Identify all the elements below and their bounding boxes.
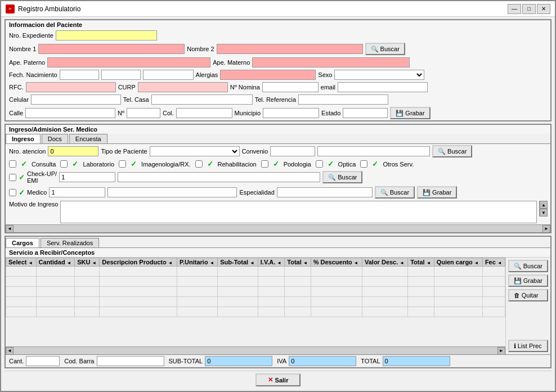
fech-dia-input[interactable]: [60, 70, 99, 80]
save-icon: 💾: [396, 110, 403, 117]
grabar-patient-button[interactable]: 💾 Grabar: [390, 107, 430, 119]
checkup-desc-input[interactable]: [118, 172, 320, 182]
motivo-hscrollbar: ◄ ►: [6, 224, 550, 232]
ape-materno-input[interactable]: [252, 57, 410, 67]
minimize-button[interactable]: —: [508, 4, 521, 14]
calle-input[interactable]: [25, 108, 115, 118]
tipo-paciente-select[interactable]: [150, 146, 240, 156]
nombre2-input[interactable]: [217, 44, 363, 54]
buscar-servicio-button[interactable]: 🔍 Buscar: [508, 260, 548, 272]
buscar-convenio-button[interactable]: 🔍 Buscar: [432, 145, 472, 157]
salir-button[interactable]: ✕ Salir: [255, 373, 301, 386]
celular-input[interactable]: [31, 94, 121, 105]
col-desc-arrow: ◄: [168, 260, 172, 265]
no-label: Nº: [118, 110, 124, 116]
col-fec[interactable]: Fec ◄: [482, 258, 505, 267]
close-button[interactable]: ✕: [537, 4, 550, 14]
main-content: Informacion del Paciente Nro. Expediente…: [1, 17, 555, 391]
col-iva[interactable]: I.V.A. ◄: [258, 258, 284, 267]
scroll-down-button[interactable]: ▼: [540, 209, 548, 217]
checkbox-rehabilitacion-outer[interactable]: [195, 160, 203, 168]
convenio-input[interactable]: [270, 146, 315, 156]
tab-serv-realizados[interactable]: Serv. Realizados: [41, 238, 99, 247]
servicios-table-container: Select ◄ Cantidad ◄ SKU ◄ Descripcion Pr…: [6, 258, 505, 354]
ingreso-section-title: Ingreso/Admision Ser. Medico: [6, 125, 550, 134]
col-select[interactable]: Select ◄: [6, 258, 37, 267]
scroll-right-button[interactable]: ►: [542, 225, 550, 233]
grabar-servicio-button[interactable]: 💾 Grabar: [508, 274, 548, 287]
list-prec-button[interactable]: ℹ List Prec: [508, 340, 548, 352]
buscar-button[interactable]: 🔍 Buscar: [365, 43, 405, 55]
col-total1[interactable]: Total ◄: [285, 258, 311, 267]
checkbox-medico-outer[interactable]: [9, 189, 16, 196]
col-descuento[interactable]: % Descuento ◄: [311, 258, 362, 267]
total-input[interactable]: [383, 356, 450, 366]
fech-mes-input[interactable]: [101, 70, 141, 80]
nro-expediente-input[interactable]: [56, 30, 157, 40]
tipo-paciente-label: Tipo de Paciente: [101, 148, 147, 155]
sub-total-input[interactable]: [205, 356, 272, 366]
sub-total-label: SUB-TOTAL: [169, 358, 203, 364]
col-quien-arrow: ◄: [474, 260, 479, 265]
servicios-table: Select ◄ Cantidad ◄ SKU ◄ Descripcion Pr…: [6, 258, 505, 317]
tel-casa-input[interactable]: [151, 94, 253, 105]
tel-referencia-input[interactable]: [298, 94, 388, 105]
medico-desc-input[interactable]: [107, 187, 237, 197]
tab-cargos[interactable]: Cargos: [6, 238, 39, 247]
curp-input[interactable]: [138, 82, 228, 92]
nro-atencion-input[interactable]: [48, 146, 98, 156]
col-sku[interactable]: SKU ◄: [75, 258, 100, 267]
checkup-input[interactable]: [59, 172, 115, 182]
checkbox-podologia-outer[interactable]: [261, 160, 268, 168]
table-scroll-area[interactable]: Select ◄ Cantidad ◄ SKU ◄ Descripcion Pr…: [6, 258, 505, 346]
alergias-label: Alergias: [196, 71, 218, 78]
especialidad-input[interactable]: [277, 187, 373, 197]
estado-input[interactable]: [343, 108, 388, 118]
checkbox-laboratorio-outer[interactable]: [60, 160, 68, 168]
fech-anio-input[interactable]: [143, 70, 194, 80]
grabar-ingreso-button[interactable]: 💾 Grabar: [417, 186, 457, 199]
motivo-textarea[interactable]: [60, 201, 537, 223]
scroll-left-button[interactable]: ◄: [6, 225, 14, 233]
col-input[interactable]: [176, 108, 232, 118]
buscar-medico-button[interactable]: 🔍 Buscar: [375, 186, 415, 199]
table-scroll-left[interactable]: ◄: [6, 347, 14, 355]
cant-input[interactable]: [26, 356, 60, 366]
iva-input[interactable]: [289, 356, 356, 366]
col-valor-desc[interactable]: Valor Desc. ◄: [362, 258, 407, 267]
checkbox-consulta-outer[interactable]: [9, 160, 16, 168]
nombre1-input[interactable]: [38, 44, 185, 54]
scroll-up-button[interactable]: ▲: [540, 201, 548, 209]
tab-docs[interactable]: Docs: [42, 134, 68, 143]
nomina-input[interactable]: [262, 82, 319, 92]
email-input[interactable]: [338, 82, 428, 92]
checkbox-optica-outer[interactable]: [316, 160, 323, 168]
quitar-button[interactable]: 🗑 Quitar: [508, 289, 548, 301]
tab-encuesta[interactable]: Encuesta: [69, 134, 107, 143]
cod-barra-input[interactable]: [97, 356, 164, 366]
col-cantidad[interactable]: Cantidad ◄: [36, 258, 75, 267]
maximize-button[interactable]: □: [522, 4, 536, 14]
municipio-input[interactable]: [263, 108, 319, 118]
checkbox-otros-outer[interactable]: [360, 160, 367, 168]
medico-input[interactable]: [49, 187, 105, 197]
col-descripcion[interactable]: Descripcion Producto ◄: [100, 258, 177, 267]
table-header: Select ◄ Cantidad ◄ SKU ◄ Descripcion Pr…: [6, 258, 505, 267]
ape-paterno-input[interactable]: [47, 57, 210, 67]
checkbox-checkup-outer[interactable]: [9, 174, 16, 181]
col-total2[interactable]: Total ◄: [408, 258, 434, 267]
celular-label: Celular: [9, 96, 29, 103]
col-quien-cargo[interactable]: Quien cargo ◄: [434, 258, 482, 267]
sexo-select[interactable]: [334, 70, 424, 80]
table-scroll-right[interactable]: ►: [497, 347, 505, 355]
rehabilitacion-label: Rehabilitacion: [218, 161, 257, 168]
col-punitario[interactable]: P.Unitario ◄: [177, 258, 218, 267]
no-input[interactable]: [127, 108, 160, 118]
checkbox-imagenologia-outer[interactable]: [119, 160, 126, 168]
rfc-input[interactable]: [26, 82, 116, 92]
alergias-input[interactable]: [220, 70, 316, 80]
col-subtotal[interactable]: Sub-Total ◄: [218, 258, 258, 267]
convenio-desc-input[interactable]: [317, 146, 430, 156]
tab-ingreso[interactable]: Ingreso: [6, 134, 41, 143]
buscar-checkup-button[interactable]: 🔍 Buscar: [322, 171, 362, 183]
